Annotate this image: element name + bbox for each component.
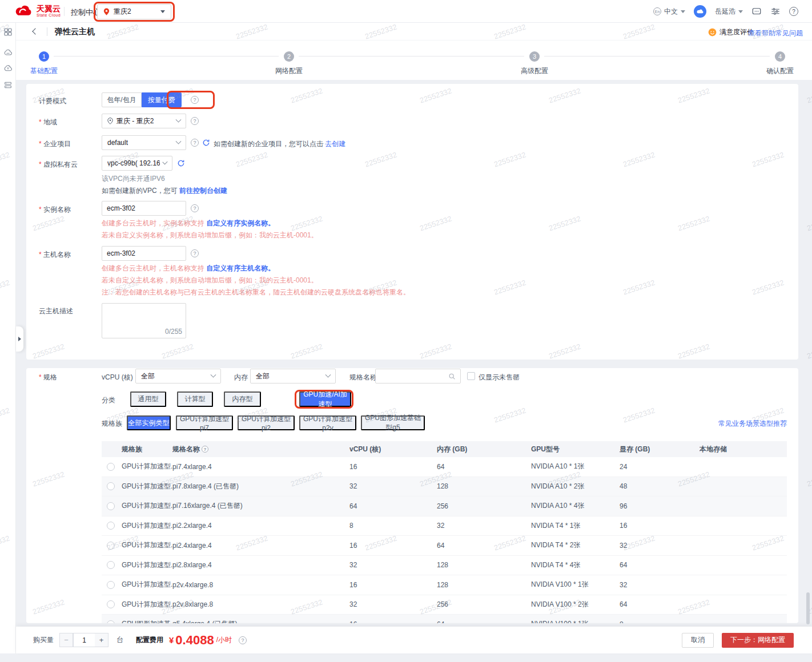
instance-name-help-icon[interactable]: [191, 204, 199, 212]
vpc-select[interactable]: vpc-c99b( 192.168.0...: [102, 156, 172, 171]
page-scrollbar-thumb[interactable]: [806, 592, 810, 624]
unit-label: 台: [116, 635, 123, 645]
spec-name-help-icon[interactable]: [202, 446, 208, 453]
create-project-link[interactable]: 去创建: [325, 140, 345, 148]
description-textarea[interactable]: [102, 304, 186, 328]
row-radio-button[interactable]: [107, 561, 115, 569]
spec-table-row[interactable]: GPU计算加速型...pi7.8xlarge.4 (已售罄)32128NVIDI…: [102, 477, 787, 497]
project-select[interactable]: default: [102, 135, 186, 150]
category-memory[interactable]: 内存型: [224, 391, 261, 407]
satisfaction-rating[interactable]: 满意度评价: [708, 27, 754, 37]
recommend-link[interactable]: 常见业务场景选型推荐: [718, 419, 787, 429]
row-gpu: NVIDIA A10 * 4张: [531, 501, 620, 511]
row-radio-cell: [102, 561, 122, 569]
row-radio-button[interactable]: [107, 542, 115, 550]
category-compute[interactable]: 计算型: [177, 391, 213, 407]
row-family: GPU图形加速基...: [122, 619, 172, 623]
message-icon[interactable]: [751, 6, 762, 17]
avatar[interactable]: [694, 5, 706, 18]
vcpu-filter-select[interactable]: 全部: [135, 369, 221, 384]
spec-table-row[interactable]: GPU计算加速型...p2v.4xlarge.816128NVIDIA V100…: [102, 575, 787, 595]
spec-card: 规格 vCPU (核) 全部 内存 全部 规格名称 仅显示未售罄 分类 通用型 …: [26, 368, 798, 623]
view-help-link[interactable]: 查看帮助: [748, 29, 775, 38]
family-pi7[interactable]: GPU计算加速型pi7: [176, 415, 233, 430]
smiley-icon: [708, 28, 717, 37]
vpc-create-hint: 如需创建新的VPC，您可 前往控制台创建: [102, 186, 227, 196]
row-radio-cell: [102, 522, 122, 530]
apps-grid-icon[interactable]: [3, 27, 13, 37]
billing-on-demand-button[interactable]: 按量付费: [142, 92, 182, 107]
category-general[interactable]: 通用型: [130, 391, 166, 407]
cloud-upload-icon[interactable]: [3, 63, 13, 72]
price-unit: /小时: [216, 635, 232, 645]
quantity-plus-button[interactable]: +: [95, 633, 108, 647]
spec-table-row[interactable]: GPU图形加速基...g5.4xlarge.4 (已售罄)1664NVIDIA …: [102, 615, 787, 623]
family-label: 规格族: [102, 419, 122, 429]
step-2-label: 网络配置: [264, 66, 314, 76]
cancel-button[interactable]: 取消: [682, 633, 714, 648]
billing-help-icon[interactable]: [191, 96, 199, 104]
row-gpu: NVIDIA T4 * 2张: [531, 540, 620, 550]
spec-name-search-input[interactable]: [380, 372, 448, 380]
spec-table-row[interactable]: GPU计算加速型...pi2.4xlarge.41664NVIDIA T4 * …: [102, 536, 787, 556]
spec-table-row[interactable]: GPU计算加速型...pi7.4xlarge.41664NVIDIA A10 *…: [102, 457, 787, 477]
ordered-host-name-link[interactable]: 自定义有序主机名称。: [206, 264, 275, 272]
row-radio-button[interactable]: [107, 502, 115, 510]
ordered-instance-name-link[interactable]: 自定义有序实例名称。: [206, 219, 275, 227]
step-connector: [54, 56, 279, 56]
row-name: p2v.4xlarge.8: [172, 581, 349, 589]
row-radio-button[interactable]: [107, 600, 115, 608]
refresh-icon[interactable]: [202, 139, 210, 147]
goto-console-link[interactable]: 前往控制台创建: [179, 187, 227, 195]
spec-table-row[interactable]: GPU计算加速型...pi7.16xlarge.4 (已售罄)64256NVID…: [102, 496, 787, 516]
language-switcher[interactable]: En 中文: [653, 7, 685, 17]
spec-table-row[interactable]: GPU计算加速型...pi2.2xlarge.4832NVIDIA T4 * 1…: [102, 516, 787, 536]
vcpu-filter-label: vCPU (核): [102, 373, 133, 382]
region-selector[interactable]: 重庆2: [97, 4, 171, 19]
family-pi2[interactable]: GPU计算加速型pi2: [238, 415, 295, 430]
family-g5[interactable]: GPU图形加速基础型g5: [361, 415, 425, 430]
user-menu[interactable]: 岳延浩: [715, 7, 743, 17]
host-name-input[interactable]: [102, 246, 186, 261]
quantity-value[interactable]: 1: [73, 633, 95, 647]
row-radio-button[interactable]: [107, 620, 115, 623]
billing-yearly-button[interactable]: 包年/包月: [102, 92, 142, 107]
console-center-link[interactable]: 控制中心: [71, 7, 101, 18]
instance-name-input[interactable]: [102, 201, 186, 216]
help-icon[interactable]: [789, 7, 798, 16]
fee-help-icon[interactable]: [239, 636, 247, 644]
cloud-service-icon[interactable]: [3, 48, 13, 57]
region-help-icon[interactable]: [191, 117, 199, 125]
host-name-help-icon[interactable]: [191, 249, 199, 257]
row-radio-button[interactable]: [107, 581, 115, 589]
row-radio-button[interactable]: [107, 522, 115, 530]
row-vcpu: 32: [349, 561, 437, 569]
header-local: 本地存储: [700, 445, 787, 454]
back-icon[interactable]: [32, 28, 38, 34]
fee-label: 配置费用: [136, 635, 163, 645]
next-step-button[interactable]: 下一步：网络配置: [722, 633, 794, 648]
family-all[interactable]: 全部实例类型: [127, 415, 171, 430]
server-icon[interactable]: [3, 80, 13, 90]
quantity-minus-button[interactable]: −: [59, 633, 73, 647]
row-radio-cell: [102, 581, 122, 589]
spec-table-row[interactable]: GPU计算加速型...pi2.8xlarge.432128NVIDIA T4 *…: [102, 556, 787, 576]
settings-sliders-icon[interactable]: [770, 6, 781, 17]
project-help-icon[interactable]: [191, 139, 199, 147]
row-family: GPU计算加速型...: [122, 462, 172, 471]
region-select[interactable]: 重庆 - 重庆2: [102, 114, 186, 128]
row-radio-button[interactable]: [107, 482, 115, 490]
brand-logo[interactable]: 天翼云 State Cloud: [14, 4, 61, 17]
row-radio-button[interactable]: [107, 463, 115, 471]
only-unsold-checkbox[interactable]: [467, 372, 475, 380]
refresh-icon[interactable]: [177, 159, 185, 167]
spec-table-row[interactable]: GPU计算加速型...p2v.8xlarge.832256NVIDIA V100…: [102, 595, 787, 615]
category-gpu-ai[interactable]: GPU加速/AI加速型: [299, 391, 351, 407]
memory-filter-select[interactable]: 全部: [250, 369, 336, 384]
faq-link[interactable]: 常见问题: [775, 29, 803, 38]
family-p2v[interactable]: GPU计算加速型p2v: [299, 415, 356, 430]
row-vram: 16: [620, 522, 700, 530]
row-family: GPU计算加速型...: [122, 600, 172, 609]
sidebar-expand-handle[interactable]: [16, 326, 23, 352]
vpc-ipv6-hint: 该VPC尚未开通IPV6: [102, 174, 165, 184]
